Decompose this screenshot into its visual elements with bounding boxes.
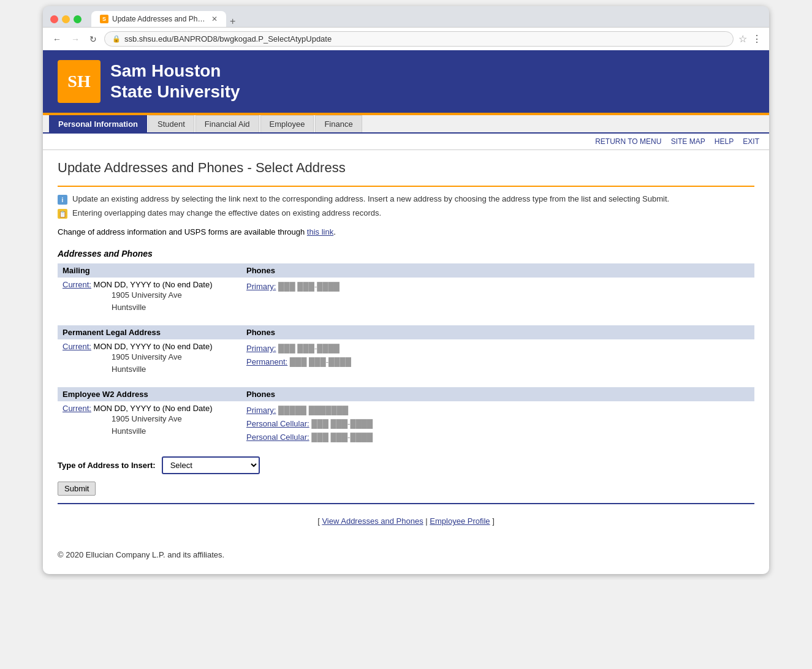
permanent-header: Permanent Legal Address Phones <box>58 325 754 339</box>
site-map-link[interactable]: SITE MAP <box>671 137 705 146</box>
permanent-type-label: Permanent Legal Address <box>63 328 246 337</box>
view-addresses-link[interactable]: View Addresses and Phones <box>322 516 423 526</box>
nav-tabs: Personal Information Student Financial A… <box>43 115 769 134</box>
w2-current-link[interactable]: Current: <box>63 404 91 413</box>
permanent-permanent-value: ███ ███-████ <box>290 357 351 366</box>
permanent-permanent-label[interactable]: Permanent: <box>246 357 287 366</box>
tab-employee[interactable]: Employee <box>260 115 314 132</box>
permanent-address-lines: 1905 University AveHuntsville <box>63 351 246 375</box>
permanent-date-range: MON DD, YYYY to (No end Date) <box>94 342 213 351</box>
w2-primary-label[interactable]: Primary: <box>246 406 276 415</box>
w2-block: Employee W2 Address Phones Current: MON … <box>58 387 754 444</box>
w2-header: Employee W2 Address Phones <box>58 387 754 401</box>
submit-button[interactable]: Submit <box>58 482 96 496</box>
mailing-primary-value: ███ ███-████ <box>278 282 340 291</box>
usps-link[interactable]: this link <box>307 227 333 236</box>
insert-form-label: Type of Address to Insert: <box>58 461 156 470</box>
orange-divider <box>58 186 754 187</box>
permanent-current-link[interactable]: Current: <box>63 342 91 351</box>
tab-favicon: S <box>100 15 108 23</box>
address-bar[interactable]: 🔒 ssb.shsu.edu/BANPROD8/bwgkogad.P_Selec… <box>104 31 734 47</box>
bottom-links: [ View Addresses and Phones | Employee P… <box>58 512 754 531</box>
permanent-address-col: Current: MON DD, YYYY to (No end Date) 1… <box>63 342 246 375</box>
mailing-current-link[interactable]: Current: <box>63 280 91 289</box>
tab-finance[interactable]: Finance <box>315 115 362 132</box>
browser-menu-button[interactable]: ⋮ <box>752 33 762 45</box>
permanent-primary-label[interactable]: Primary: <box>246 344 276 353</box>
lock-icon: 🔒 <box>112 35 121 43</box>
bottom-divider <box>58 503 754 504</box>
return-to-menu-link[interactable]: RETURN TO MENU <box>595 137 661 146</box>
tab-personal-information[interactable]: Personal Information <box>49 115 147 132</box>
permanent-block: Permanent Legal Address Phones Current: … <box>58 325 754 375</box>
mailing-row: Current: MON DD, YYYY to (No end Date) 1… <box>58 278 754 313</box>
info-icon-blue: i <box>58 195 67 205</box>
copyright-text: © 2020 Ellucian Company L.P. and its aff… <box>58 550 224 559</box>
w2-primary-value: █████ ███████ <box>278 406 348 415</box>
w2-cellular2-label[interactable]: Personal Cellular: <box>246 433 309 442</box>
mailing-type-label: Mailing <box>63 266 246 275</box>
tab-title: Update Addresses and Phone: <box>112 15 208 23</box>
new-tab-button[interactable]: + <box>230 16 235 27</box>
usps-end: . <box>333 227 336 236</box>
section-title: Addresses and Phones <box>58 249 754 259</box>
w2-date-range: MON DD, YYYY to (No end Date) <box>94 404 213 413</box>
mailing-phones-label: Phones <box>246 266 375 275</box>
info-icon-yellow: 📋 <box>58 209 67 219</box>
bracket-open: [ <box>317 516 320 526</box>
mailing-block: Mailing Phones Current: MON DD, YYYY to … <box>58 263 754 313</box>
permanent-phones-label: Phones <box>246 328 375 337</box>
mailing-primary-label[interactable]: Primary: <box>246 282 276 291</box>
w2-cellular2-value: ███ ███-████ <box>311 433 373 442</box>
info-text-2: Entering overlapping dates may change th… <box>72 208 381 217</box>
info-box-2: 📋 Entering overlapping dates may change … <box>58 208 754 219</box>
mailing-address-lines: 1905 University AveHuntsville <box>63 289 246 313</box>
tab-close-icon[interactable]: ✕ <box>211 15 218 23</box>
w2-type-label: Employee W2 Address <box>63 390 246 399</box>
forward-button[interactable]: → <box>69 33 82 45</box>
mailing-address-col: Current: MON DD, YYYY to (No end Date) 1… <box>63 280 246 313</box>
w2-phones-col: Primary: █████ ███████ Personal Cellular… <box>246 404 375 444</box>
url-text: ssb.shsu.edu/BANPROD8/bwgkogad.P_SelectA… <box>124 34 332 43</box>
active-tab[interactable]: S Update Addresses and Phone: ✕ <box>91 11 226 27</box>
info-text-1: Update an existing address by selecting … <box>72 194 669 203</box>
address-type-select[interactable]: Select <box>162 456 260 474</box>
w2-row: Current: MON DD, YYYY to (No end Date) 1… <box>58 401 754 444</box>
reload-button[interactable]: ↻ <box>87 33 99 45</box>
info-box-1: i Update an existing address by selectin… <box>58 194 754 205</box>
addresses-section: Addresses and Phones Mailing Phones Curr… <box>58 249 754 444</box>
insert-form: Type of Address to Insert: Select <box>58 456 754 474</box>
help-link[interactable]: HELP <box>715 137 734 146</box>
tab-student[interactable]: Student <box>148 115 194 132</box>
tab-financial-aid[interactable]: Financial Aid <box>195 115 259 132</box>
page-title: Update Addresses and Phones - Select Add… <box>58 160 754 176</box>
exit-link[interactable]: EXIT <box>743 137 759 146</box>
close-button[interactable] <box>50 15 58 23</box>
back-button[interactable]: ← <box>50 33 64 45</box>
mailing-header: Mailing Phones <box>58 263 754 278</box>
maximize-button[interactable] <box>74 15 82 23</box>
w2-cellular1-value: ███ ███-████ <box>311 419 373 428</box>
page-footer: © 2020 Ellucian Company L.P. and its aff… <box>43 540 769 574</box>
w2-address-lines: 1905 University AveHuntsville <box>63 413 246 437</box>
w2-cellular1-label[interactable]: Personal Cellular: <box>246 419 309 428</box>
w2-address-col: Current: MON DD, YYYY to (No end Date) 1… <box>63 404 246 437</box>
bracket-close: ] <box>492 516 495 526</box>
mailing-date-range: MON DD, YYYY to (No end Date) <box>94 280 213 289</box>
permanent-primary-value: ███ ███-████ <box>278 344 340 353</box>
mailing-phones-col: Primary: ███ ███-████ <box>246 280 375 293</box>
usps-info: Change of address information and USPS f… <box>58 227 754 236</box>
minimize-button[interactable] <box>62 15 70 23</box>
university-header: SH Sam Houston State University <box>43 50 769 113</box>
university-name: Sam Houston State University <box>110 61 240 102</box>
employee-profile-link[interactable]: Employee Profile <box>430 516 490 526</box>
shsu-logo: SH <box>58 60 101 103</box>
permanent-phones-col: Primary: ███ ███-████ Permanent: ███ ███… <box>246 342 375 369</box>
bookmark-button[interactable]: ☆ <box>738 33 747 45</box>
utility-links: RETURN TO MENU SITE MAP HELP EXIT <box>43 134 769 150</box>
permanent-row: Current: MON DD, YYYY to (No end Date) 1… <box>58 339 754 375</box>
w2-phones-label: Phones <box>246 390 375 399</box>
usps-text: Change of address information and USPS f… <box>58 227 305 236</box>
